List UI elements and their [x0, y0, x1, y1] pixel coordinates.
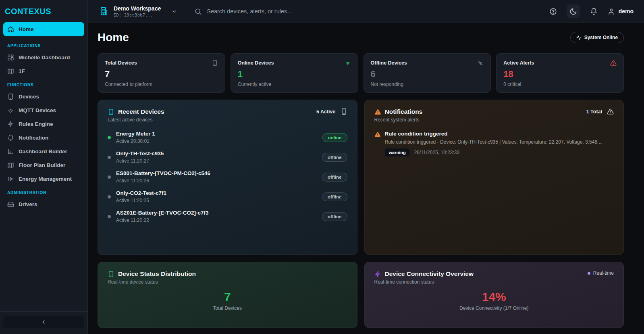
moon-icon	[569, 8, 577, 15]
status-dot-online	[108, 136, 111, 139]
device-active-time: Active 11:20:27	[116, 158, 317, 164]
home-icon	[7, 26, 14, 33]
page-title: Home	[98, 31, 129, 44]
sidebar-item-floor-plan-builder[interactable]: Floor Plan Builder	[3, 159, 84, 172]
help-circle-icon	[549, 8, 557, 15]
stat-label: Offline Devices	[371, 60, 407, 66]
sidebar-item-dashboard-builder[interactable]: Dashboard Builder	[3, 145, 84, 158]
total-devices-value: 7	[108, 290, 347, 304]
sidebar-item-energy-management[interactable]: Energy Management	[3, 172, 84, 186]
device-row[interactable]: AS201E-Battery-[E-TVOC-CO2]-c7f3 Active …	[108, 210, 347, 223]
sidebar-item-home[interactable]: Home	[3, 22, 84, 36]
user-icon	[607, 8, 615, 15]
user-menu[interactable]: demo	[607, 8, 634, 15]
sidebar-item-label: Notification	[19, 135, 48, 141]
device-connectivity-panel: Device Connectivity Overview Real-time c…	[364, 262, 624, 328]
sidebar-item-label: MQTT Devices	[19, 107, 56, 113]
notifications-panel: Notifications Recent system alerts 1 Tot…	[364, 100, 624, 255]
sidebar-item-label: Home	[19, 26, 34, 32]
status-dot-offline	[108, 175, 111, 179]
page-head: Home System Online	[98, 29, 624, 46]
bell-icon	[7, 134, 14, 141]
sidebar-collapse-button[interactable]	[3, 316, 84, 328]
panel-subtitle: Real-time connection status	[374, 279, 474, 285]
connectivity-value: 14%	[374, 290, 614, 304]
alert-triangle-icon	[607, 108, 614, 115]
notification-title: Rule condition triggered	[385, 131, 603, 137]
stat-card-total-devices[interactable]: Total Devices 7 Connected to platform	[98, 53, 225, 93]
app-logo: CONTEXUS	[0, 0, 87, 22]
stat-card-online-devices[interactable]: Online Devices 1 Currently active	[231, 53, 358, 93]
search-input[interactable]	[207, 8, 420, 15]
real-time-label: Real-time	[593, 270, 614, 276]
panel-subtitle: Recent system alerts	[374, 117, 423, 123]
stat-value: 18	[503, 69, 617, 79]
map-icon	[7, 162, 14, 169]
stat-card-offline-devices[interactable]: Offline Devices 6 Not responding	[364, 53, 491, 93]
device-active-time: Active 11:20:26	[116, 178, 317, 184]
wifi-icon	[7, 107, 14, 114]
panel-subtitle: Latest active devices	[108, 117, 164, 123]
chevron-down-icon	[171, 8, 177, 15]
device-active-time: Active 11:20:25	[116, 198, 317, 203]
section-label-functions: FUNCTIONS	[3, 78, 84, 90]
help-button[interactable]	[549, 8, 557, 15]
device-row[interactable]: Energy Meter 1 Active 20:30:01 online	[108, 131, 347, 144]
zap-icon	[7, 121, 14, 127]
sidebar-item-1f[interactable]: 1F	[3, 65, 84, 78]
status-dot-offline	[108, 195, 111, 198]
workspace-name: Demo Workspace	[114, 5, 161, 12]
zap-icon	[374, 271, 381, 278]
sidebar-item-michelle-dashboard[interactable]: Michelle Dashboard	[3, 51, 84, 64]
section-label-administration: ADMINISTRATION	[3, 186, 84, 198]
connectivity-label: Device Connectivity (1/7 Online)	[374, 305, 614, 311]
wifi-icon	[345, 60, 351, 66]
theme-toggle-button[interactable]	[567, 4, 580, 18]
sidebar-item-devices[interactable]: Devices	[3, 90, 84, 103]
sidebar-item-notification[interactable]: Notification	[3, 131, 84, 144]
alert-triangle-icon	[374, 109, 381, 115]
sidebar-item-label: Michelle Dashboard	[19, 54, 70, 61]
alert-triangle-icon	[374, 131, 381, 138]
notification-item[interactable]: Rule condition triggered Rule condition …	[374, 131, 614, 157]
panel-title: Recent Devices	[118, 108, 164, 115]
system-status-label: System Online	[584, 35, 618, 40]
sidebar-item-drivers[interactable]: Drivers	[3, 198, 84, 211]
bottom-row: Device Status Distribution Real-time dev…	[98, 262, 624, 328]
sidebar-item-label: Floor Plan Builder	[19, 162, 65, 168]
plug-zap-icon	[7, 175, 14, 182]
device-row[interactable]: ES001-Battery-[TVOC-PM-CO2]-c546 Active …	[108, 170, 347, 184]
sidebar-nav: Home APPLICATIONS Michelle Dashboard 1F …	[0, 22, 87, 311]
status-dot-offline	[108, 215, 111, 218]
device-name: Energy Meter 1	[116, 131, 317, 137]
notifications-button[interactable]	[590, 8, 598, 15]
sidebar: CONTEXUS Home APPLICATIONS Michelle Dash…	[0, 0, 88, 334]
search-icon	[194, 8, 202, 15]
device-status-distribution-panel: Device Status Distribution Real-time dev…	[98, 262, 357, 328]
page-content: Home System Online Total Devices 7 Conne…	[88, 23, 644, 334]
device-row[interactable]: Only-CO2-Test-c7f1 Active 11:20:25 offli…	[108, 190, 347, 203]
stats-row: Total Devices 7 Connected to platform On…	[98, 53, 624, 93]
status-badge: offline	[322, 173, 347, 182]
workspace-selector[interactable]: Demo Workspace ID: 29cc3bb7...	[99, 5, 177, 17]
tablet-icon	[7, 93, 14, 100]
stat-subtext: 0 critical	[503, 81, 617, 87]
device-name: AS201E-Battery-[E-TVOC-CO2]-c7f3	[116, 210, 317, 216]
active-count: 5 Active	[316, 109, 335, 115]
total-count: 1 Total	[586, 109, 602, 115]
stat-card-active-alerts[interactable]: Active Alerts 18 0 critical	[496, 53, 624, 93]
sidebar-item-mqtt-devices[interactable]: MQTT Devices	[3, 104, 84, 117]
stat-subtext: Not responding	[371, 81, 484, 87]
system-status-badge[interactable]: System Online	[570, 32, 624, 43]
middle-row: Recent Devices Latest active devices 5 A…	[98, 100, 624, 255]
panel-title: Notifications	[385, 108, 423, 115]
stat-subtext: Connected to platform	[105, 81, 218, 87]
device-list: Energy Meter 1 Active 20:30:01 online On…	[108, 131, 347, 223]
device-active-time: Active 20:30:01	[116, 138, 317, 144]
device-row[interactable]: Only-TH-Test-c935 Active 11:20:27 offlin…	[108, 150, 347, 164]
stat-label: Online Devices	[238, 60, 274, 66]
map-icon	[7, 68, 14, 75]
sidebar-item-rules-engine[interactable]: Rules Engine	[3, 117, 84, 131]
section-label-applications: APPLICATIONS	[3, 39, 84, 51]
sidebar-footer	[0, 311, 87, 334]
